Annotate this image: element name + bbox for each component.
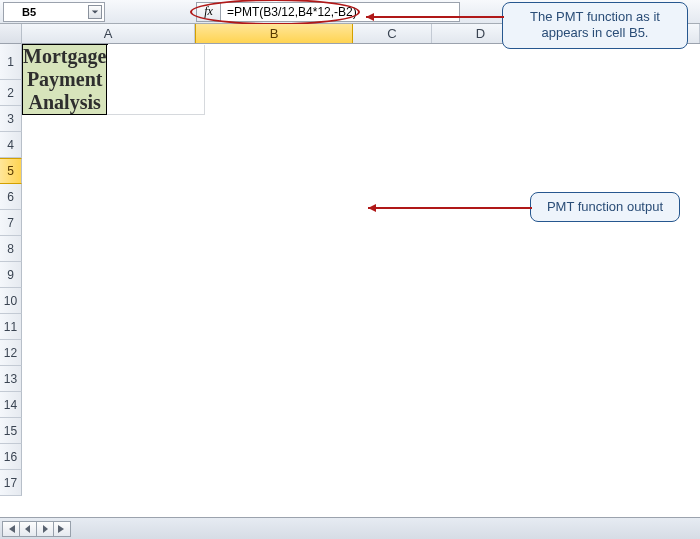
column-header-B[interactable]: B <box>195 24 353 43</box>
name-box[interactable]: B5 <box>3 2 105 22</box>
row-header-11[interactable]: 11 <box>0 314 22 340</box>
callout-top-text: The PMT function as it appears in cell B… <box>530 9 660 40</box>
callout-right: PMT function output <box>530 192 680 222</box>
tab-nav <box>2 521 70 537</box>
row-header-6[interactable]: 6 <box>0 184 22 210</box>
sheet-tabs-bar <box>0 517 700 539</box>
row-header-7[interactable]: 7 <box>0 210 22 236</box>
row-headers: 1234567891011121314151617 <box>0 44 22 496</box>
callout-top: The PMT function as it appears in cell B… <box>502 2 688 49</box>
tab-nav-last[interactable] <box>53 521 71 537</box>
row-header-4[interactable]: 4 <box>0 132 22 158</box>
formula-input[interactable]: =PMT(B3/12,B4*12,-B2) <box>220 2 460 22</box>
column-header-C[interactable]: C <box>353 24 432 43</box>
column-header-A[interactable]: A <box>22 24 195 43</box>
row-header-9[interactable]: 9 <box>0 262 22 288</box>
row-header-15[interactable]: 15 <box>0 418 22 444</box>
row-header-16[interactable]: 16 <box>0 444 22 470</box>
name-box-value: B5 <box>22 6 36 18</box>
row-header-1[interactable]: 1 <box>0 44 22 80</box>
row-header-14[interactable]: 14 <box>0 392 22 418</box>
row-header-13[interactable]: 13 <box>0 366 22 392</box>
spreadsheet-grid[interactable]: Mortgage Payment Analysis <box>22 44 205 115</box>
row-header-2[interactable]: 2 <box>0 80 22 106</box>
tab-nav-next[interactable] <box>36 521 54 537</box>
name-box-dropdown[interactable] <box>88 5 102 19</box>
row-header-8[interactable]: 8 <box>0 236 22 262</box>
row-header-3[interactable]: 3 <box>0 106 22 132</box>
tab-nav-prev[interactable] <box>19 521 37 537</box>
row-header-12[interactable]: 12 <box>0 340 22 366</box>
row-header-10[interactable]: 10 <box>0 288 22 314</box>
select-all-corner[interactable] <box>0 24 21 44</box>
row-header-gutter <box>0 24 22 44</box>
fx-button[interactable]: fx <box>196 2 220 22</box>
row-header-5[interactable]: 5 <box>0 158 22 184</box>
cell-D1[interactable] <box>107 45 205 115</box>
title-cell[interactable]: Mortgage Payment Analysis <box>23 45 107 115</box>
row-header-17[interactable]: 17 <box>0 470 22 496</box>
callout-right-text: PMT function output <box>547 199 663 214</box>
tab-nav-first[interactable] <box>2 521 20 537</box>
formula-text: =PMT(B3/12,B4*12,-B2) <box>227 5 357 19</box>
arrow-right <box>360 202 532 214</box>
